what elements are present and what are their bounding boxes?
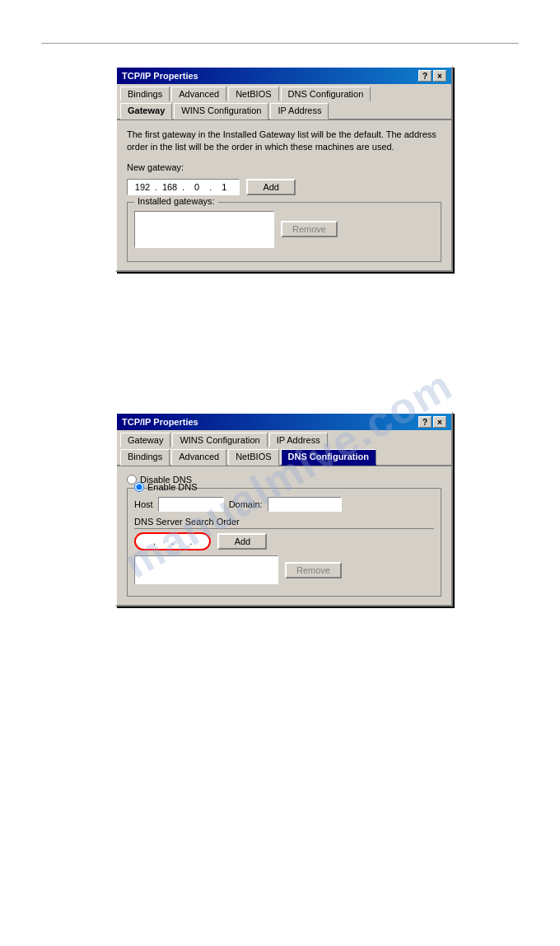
host-domain-row: Host Domain: — [134, 497, 434, 512]
ip-seg-4[interactable]: 1 — [212, 182, 236, 192]
dns-list-row: Remove — [134, 555, 434, 584]
dns-server-list[interactable] — [134, 555, 278, 584]
tab-netbios-1[interactable]: NetBIOS — [228, 87, 278, 101]
tab-wins-1[interactable]: WINS Configuration — [174, 103, 268, 119]
close-button-1[interactable]: × — [433, 70, 446, 82]
remove-dns-button[interactable]: Remove — [285, 562, 342, 578]
tab-row-2b: Bindings Advanced NetBIOS DNS Configurat… — [117, 447, 451, 466]
tab-advanced-2[interactable]: Advanced — [171, 449, 226, 466]
tab-gateway-2[interactable]: Gateway — [120, 433, 170, 447]
ip-seg-2[interactable]: 168 — [158, 182, 181, 192]
enable-dns-group: Enable DNS Host Domain: DNS Server Searc… — [127, 488, 441, 597]
dialog-1-body: The first gateway in the Installed Gatew… — [117, 120, 451, 270]
domain-label: Domain: — [229, 499, 263, 509]
dialog-2-titlebar: TCP/IP Properties ? × — [117, 414, 451, 430]
dns-ip-seg-3[interactable] — [174, 536, 189, 546]
dialog-1: TCP/IP Properties ? × Bindings Advanced … — [115, 66, 453, 272]
add-dns-button[interactable]: Add — [217, 533, 267, 550]
tab-bindings-1[interactable]: Bindings — [120, 87, 170, 101]
tab-row-1a: Bindings Advanced NetBIOS DNS Configurat… — [117, 84, 451, 101]
tab-bindings-2[interactable]: Bindings — [120, 449, 170, 466]
tab-netbios-2[interactable]: NetBIOS — [228, 449, 278, 466]
host-label: Host — [134, 499, 153, 509]
tab-row-1b: Gateway WINS Configuration IP Address — [117, 101, 451, 120]
new-gateway-row: New gateway: — [127, 162, 441, 172]
dialog-2-title: TCP/IP Properties — [122, 417, 198, 427]
tab-advanced-1[interactable]: Advanced — [171, 87, 226, 101]
title-bar-buttons-2: ? × — [418, 416, 446, 428]
dialog-2: TCP/IP Properties ? × Gateway WINS Confi… — [115, 412, 453, 606]
dialog-2-body: Disable DNS Enable DNS Host Domain: DNS — [117, 466, 451, 605]
gateway-input-row: 192 . 168 . 0 . 1 Add — [127, 179, 441, 195]
enable-dns-row: Enable DNS — [134, 482, 434, 492]
top-rule — [41, 43, 519, 44]
title-bar-buttons-1: ? × — [418, 70, 446, 82]
enable-dns-radio[interactable] — [134, 482, 144, 492]
host-input[interactable] — [158, 497, 224, 512]
ip-seg-1[interactable]: 192 — [131, 182, 154, 192]
dns-search-order-label: DNS Server Search Order — [134, 517, 434, 529]
close-button-2[interactable]: × — [433, 416, 446, 428]
page-container: manualmive.com TCP/IP Properties ? × Bin… — [0, 0, 560, 946]
installed-gateways-group: Installed gateways: Remove — [127, 202, 441, 262]
dialog-1-title: TCP/IP Properties — [122, 71, 198, 81]
dialog-1-description: The first gateway in the Installed Gatew… — [127, 129, 441, 154]
new-gateway-label: New gateway: — [127, 162, 184, 172]
installed-gateways-label: Installed gateways: — [134, 196, 218, 206]
tab-ipaddress-1[interactable]: IP Address — [270, 103, 329, 119]
dns-input-row: . . . Add — [134, 532, 434, 550]
installed-gateways-list[interactable] — [134, 211, 274, 248]
dialog-1-titlebar: TCP/IP Properties ? × — [117, 68, 451, 84]
tab-ipaddress-2[interactable]: IP Address — [269, 433, 328, 447]
tab-wins-2[interactable]: WINS Configuration — [172, 433, 267, 447]
dns-ip-input[interactable]: . . . — [134, 532, 211, 550]
help-button-2[interactable]: ? — [418, 416, 432, 428]
dns-ip-seg-1[interactable] — [144, 536, 153, 546]
enable-dns-label: Enable DNS — [147, 482, 198, 492]
installed-gateways-row: Remove — [134, 211, 434, 248]
dns-ip-seg-4[interactable] — [192, 536, 201, 546]
ip-seg-3[interactable]: 0 — [185, 182, 208, 192]
tab-dns-config-1[interactable]: DNS Configuration — [281, 87, 371, 101]
help-button-1[interactable]: ? — [418, 70, 432, 82]
remove-gateway-button[interactable]: Remove — [281, 221, 338, 237]
tab-gateway-1[interactable]: Gateway — [120, 103, 172, 119]
tab-dns-config-2[interactable]: DNS Configuration — [281, 449, 376, 466]
dns-ip-seg-2[interactable] — [156, 536, 171, 546]
gateway-ip-input[interactable]: 192 . 168 . 0 . 1 — [127, 179, 240, 195]
domain-input[interactable] — [268, 497, 342, 512]
tab-row-2a: Gateway WINS Configuration IP Address — [117, 430, 451, 447]
add-gateway-button[interactable]: Add — [246, 179, 296, 195]
